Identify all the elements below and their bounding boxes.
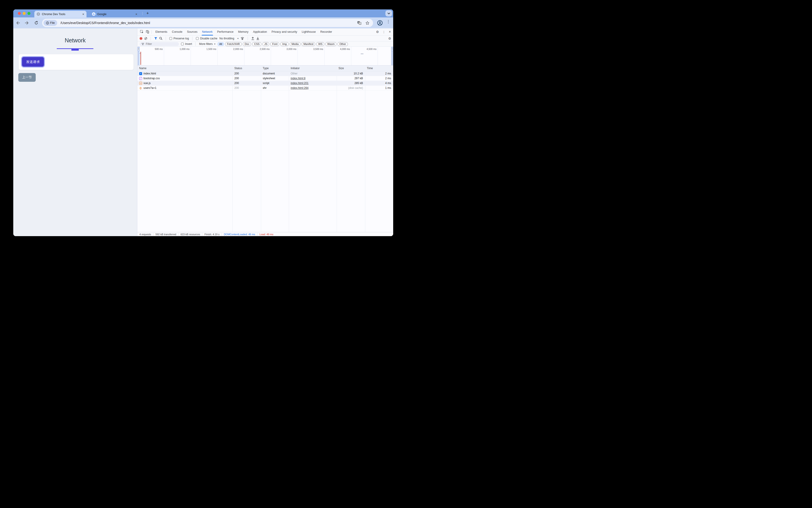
tab-close-icon[interactable]: × — [82, 12, 84, 16]
tab-close-icon[interactable]: × — [136, 12, 137, 16]
header-initiator[interactable]: Initiator — [289, 67, 337, 70]
column-divider[interactable] — [337, 66, 337, 232]
browser-tab-google[interactable]: G Google × — [90, 11, 140, 17]
chip-font[interactable]: Font — [270, 42, 279, 46]
bookmark-star-icon[interactable] — [366, 21, 369, 25]
tab-elements[interactable]: Elements — [153, 29, 170, 36]
request-size: (disk cache) — [337, 86, 365, 90]
overview-right-handle[interactable] — [391, 47, 393, 65]
gridline — [378, 47, 378, 65]
send-request-button[interactable]: 发送请求 — [22, 57, 44, 67]
tab-divider — [142, 12, 143, 15]
preserve-log-checkbox[interactable]: Preserve log — [170, 37, 189, 40]
inspect-element-icon[interactable] — [139, 29, 145, 35]
tab-console[interactable]: Console — [170, 29, 185, 36]
chip-fetch-xhr[interactable]: Fetch/XHR — [225, 42, 242, 46]
disable-cache-checkbox[interactable]: Disable cache — [196, 37, 217, 40]
devtools-menu-dots-icon[interactable]: ⋮ — [382, 30, 385, 34]
throttling-dropdown[interactable]: No throttling▾ — [220, 37, 238, 40]
tab-title: Google — [97, 12, 106, 16]
network-conditions-icon[interactable] — [241, 37, 244, 40]
file-scheme-chip[interactable]: File — [44, 20, 57, 26]
devtools-close-icon[interactable]: × — [389, 30, 391, 34]
chip-manifest[interactable]: Manifest — [302, 42, 315, 46]
info-icon — [46, 22, 49, 25]
devtools-settings-gear-icon[interactable]: ⚙ — [376, 30, 379, 34]
column-divider[interactable] — [365, 66, 365, 232]
profile-avatar-icon[interactable] — [377, 20, 383, 26]
search-icon[interactable] — [159, 37, 162, 40]
tab-search-button[interactable] — [385, 10, 392, 16]
tab-memory[interactable]: Memory — [236, 29, 251, 36]
chip-all[interactable]: All — [218, 42, 224, 46]
chip-ws[interactable]: WS — [316, 42, 324, 46]
drag-grip-icon[interactable] — [391, 47, 393, 51]
traffic-lights — [18, 12, 31, 15]
invert-label: Invert — [185, 42, 192, 46]
initiator-link[interactable]: index.html:201 — [291, 82, 308, 85]
title-underline-marker — [71, 48, 79, 51]
invert-checkbox[interactable]: Invert — [181, 42, 192, 46]
column-divider[interactable] — [289, 66, 289, 232]
record-network-log-button[interactable] — [140, 37, 142, 40]
filter-input[interactable] — [145, 42, 173, 46]
address-bar[interactable]: File /Users/eve/Desktop/CS/Frontend/chro… — [42, 19, 373, 27]
header-name[interactable]: Name — [137, 67, 233, 70]
column-divider[interactable] — [261, 66, 261, 232]
minimize-window-button[interactable] — [22, 12, 26, 15]
browser-menu-icon[interactable]: ⋮ — [386, 19, 390, 24]
tab-performance[interactable]: Performance — [215, 29, 236, 36]
browser-tab-devtools[interactable]: Chrome Dev Tools × — [34, 11, 87, 17]
forward-button[interactable] — [25, 21, 29, 25]
script-icon: <> — [139, 82, 142, 85]
new-tab-button[interactable]: + — [145, 10, 151, 16]
translate-icon[interactable]: G文 — [357, 21, 362, 25]
header-type[interactable]: Type — [261, 67, 289, 70]
initiator-link[interactable]: index.html:264 — [291, 86, 308, 90]
more-filters-dropdown[interactable]: More filters▾ — [199, 42, 216, 46]
chip-wasm[interactable]: Wasm — [326, 42, 336, 46]
chip-media[interactable]: Media — [290, 42, 300, 46]
request-time: 2 ms — [365, 72, 393, 75]
back-button[interactable] — [16, 21, 20, 25]
header-status[interactable]: Status — [233, 67, 261, 70]
chip-doc[interactable]: Doc — [243, 42, 251, 46]
filter-funnel-icon[interactable] — [154, 37, 157, 40]
chip-css[interactable]: CSS — [252, 42, 261, 46]
header-size[interactable]: Size — [337, 67, 365, 70]
device-toolbar-icon[interactable] — [145, 29, 150, 35]
tab-lighthouse[interactable]: Lighthouse — [299, 29, 318, 36]
google-favicon-icon: G — [92, 12, 95, 16]
request-name: bootstrap.css — [143, 77, 160, 80]
previous-section-button[interactable]: 上一节 — [18, 73, 36, 82]
tab-application[interactable]: Application — [251, 29, 269, 36]
initiator-link[interactable]: index.html:8 — [291, 77, 305, 80]
tab-privacy-and-security[interactable]: Privacy and security — [269, 29, 299, 36]
tab-recorder[interactable]: Recorder — [318, 29, 334, 36]
request-status: 200 — [233, 77, 261, 80]
chip-img[interactable]: Img — [280, 42, 288, 46]
overview-left-handle[interactable] — [138, 47, 140, 65]
network-overview-timeline[interactable]: 500 ms 1,000 ms 1,500 ms 2,000 ms 2,500 … — [137, 47, 393, 66]
network-settings-gear-icon[interactable]: ⚙ — [388, 37, 391, 40]
reload-button[interactable] — [34, 21, 38, 25]
tab-network[interactable]: Network — [200, 29, 215, 36]
browser-window: Chrome Dev Tools × G Google × + File — [13, 9, 393, 236]
header-time[interactable]: Time — [365, 67, 393, 70]
table-row[interactable]: <>vue.js 200 script index.html:201 285 k… — [137, 81, 393, 86]
drag-grip-icon[interactable] — [138, 47, 140, 51]
table-row[interactable]: ≡index.html 200 document Other 10.2 kB 2… — [137, 71, 393, 76]
close-window-button[interactable] — [18, 12, 21, 15]
domcontentloaded-time: DOMContentLoaded: 49 ms — [222, 233, 257, 236]
filter-input-wrap[interactable] — [140, 42, 179, 46]
import-har-icon[interactable] — [251, 37, 254, 40]
maximize-window-button[interactable] — [28, 12, 31, 15]
table-row[interactable]: ╱bootstrap.css 200 stylesheet index.html… — [137, 76, 393, 81]
export-har-icon[interactable] — [256, 37, 259, 40]
table-row[interactable]: {}users?a=1 200 xhr index.html:264 (disk… — [137, 86, 393, 90]
rendered-page: Network 发送请求 上一节 — [13, 29, 137, 236]
chip-other[interactable]: Other — [338, 42, 348, 46]
chip-js[interactable]: JS — [262, 42, 269, 46]
clear-network-log-icon[interactable] — [144, 37, 147, 40]
tab-sources[interactable]: Sources — [185, 29, 200, 36]
